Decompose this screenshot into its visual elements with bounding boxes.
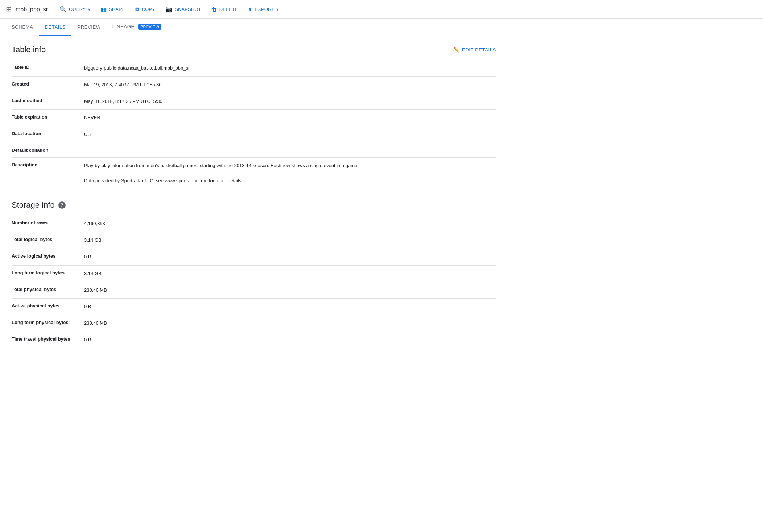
table-icon: ⊞ xyxy=(6,5,12,14)
storage-info-section: Storage info ? Number of rows 4,160,393 … xyxy=(12,200,496,348)
main-content: Table info ✏️ EDIT DETAILS Table ID bigq… xyxy=(0,36,508,369)
snapshot-button[interactable]: 📷 SNAPSHOT xyxy=(161,4,206,15)
copy-label: COPY xyxy=(142,7,155,12)
row-label: Active logical bytes xyxy=(12,249,84,265)
storage-info-table: Number of rows 4,160,393 Total logical b… xyxy=(12,216,496,348)
row-value: 230.46 MB xyxy=(84,315,496,332)
tab-lineage[interactable]: LINEAGE PREVIEW xyxy=(107,19,167,36)
row-value: 0 B xyxy=(84,249,496,265)
help-icon[interactable]: ? xyxy=(58,201,66,209)
row-value: US xyxy=(84,126,496,143)
table-row: Table ID bigquery-public-data.ncaa_baske… xyxy=(12,60,496,76)
lineage-preview-badge: PREVIEW xyxy=(138,24,161,30)
table-info-header: Table info ✏️ EDIT DETAILS xyxy=(12,45,496,54)
row-label: Time travel physical bytes xyxy=(12,332,84,348)
row-label: Total physical bytes xyxy=(12,282,84,299)
snapshot-icon: 📷 xyxy=(165,6,173,13)
row-value: 3.14 GB xyxy=(84,265,496,282)
row-value: 0 B xyxy=(84,332,496,348)
row-label: Default collation xyxy=(12,143,84,157)
toolbar: ⊞ mbb_pbp_sr 🔍 QUERY ▾ 👥 SHARE ⧉ COPY 📷 … xyxy=(0,0,763,19)
row-label: Long term physical bytes xyxy=(12,315,84,332)
row-label: Active physical bytes xyxy=(12,299,84,315)
table-row: Total physical bytes 230.46 MB xyxy=(12,282,496,299)
row-value: 4,160,393 xyxy=(84,216,496,232)
tab-details[interactable]: DETAILS xyxy=(39,19,72,36)
table-info-title: Table info xyxy=(12,45,46,54)
export-dropdown-icon: ▾ xyxy=(276,7,279,12)
edit-pencil-icon: ✏️ xyxy=(453,47,460,53)
row-label: Table ID xyxy=(12,60,84,76)
table-row: Active logical bytes 0 B xyxy=(12,249,496,265)
row-value xyxy=(84,143,496,157)
table-row: Long term logical bytes 3.14 GB xyxy=(12,265,496,282)
toolbar-title: ⊞ mbb_pbp_sr xyxy=(6,5,48,14)
tab-schema[interactable]: SCHEMA xyxy=(6,19,39,36)
export-icon: ⬆ xyxy=(248,7,252,12)
snapshot-label: SNAPSHOT xyxy=(175,7,201,12)
export-button[interactable]: ⬆ EXPORT ▾ xyxy=(244,4,283,14)
table-row: Data location US xyxy=(12,126,496,143)
row-value: May 31, 2018, 8:17:26 PM UTC+5:30 xyxy=(84,93,496,110)
tabs-bar: SCHEMA DETAILS PREVIEW LINEAGE PREVIEW xyxy=(0,19,763,36)
export-label: EXPORT xyxy=(255,7,274,12)
row-value: 0 B xyxy=(84,299,496,315)
row-label: Data location xyxy=(12,126,84,143)
row-label: Long term logical bytes xyxy=(12,265,84,282)
table-row: Created Mar 19, 2018, 7:40:51 PM UTC+5:3… xyxy=(12,76,496,93)
query-button[interactable]: 🔍 QUERY ▾ xyxy=(55,4,95,15)
copy-button[interactable]: ⧉ COPY xyxy=(131,4,160,15)
table-info-table: Table ID bigquery-public-data.ncaa_baske… xyxy=(12,60,496,189)
delete-label: DELETE xyxy=(219,7,238,12)
table-row: Total logical bytes 3.14 GB xyxy=(12,232,496,249)
delete-icon: 🗑 xyxy=(211,6,217,13)
table-row: Number of rows 4,160,393 xyxy=(12,216,496,232)
edit-details-button[interactable]: ✏️ EDIT DETAILS xyxy=(453,47,496,53)
query-icon: 🔍 xyxy=(59,6,67,13)
query-dropdown-icon: ▾ xyxy=(88,7,90,12)
query-label: QUERY xyxy=(69,7,86,12)
row-label: Description xyxy=(12,157,84,189)
row-value: NEVER xyxy=(84,110,496,126)
delete-button[interactable]: 🗑 DELETE xyxy=(207,4,243,15)
share-button[interactable]: 👥 SHARE xyxy=(96,4,130,14)
storage-info-title: Storage info ? xyxy=(12,200,66,210)
row-label: Table expiration xyxy=(12,110,84,126)
edit-details-label: EDIT DETAILS xyxy=(462,47,496,53)
table-row: Default collation xyxy=(12,143,496,157)
row-label: Last modified xyxy=(12,93,84,110)
share-label: SHARE xyxy=(109,7,125,12)
table-row: Long term physical bytes 230.46 MB xyxy=(12,315,496,332)
row-label: Number of rows xyxy=(12,216,84,232)
table-row: Description Play-by-play information fro… xyxy=(12,157,496,189)
tab-preview[interactable]: PREVIEW xyxy=(71,19,107,36)
share-icon: 👥 xyxy=(100,7,107,12)
table-name: mbb_pbp_sr xyxy=(16,6,48,13)
row-value: Play-by-play information from men's bask… xyxy=(84,157,496,189)
copy-icon: ⧉ xyxy=(135,6,139,13)
row-value: 3.14 GB xyxy=(84,232,496,249)
row-value: 230.46 MB xyxy=(84,282,496,299)
table-row: Time travel physical bytes 0 B xyxy=(12,332,496,348)
table-row: Last modified May 31, 2018, 8:17:26 PM U… xyxy=(12,93,496,110)
storage-info-header: Storage info ? xyxy=(12,200,496,210)
table-row: Table expiration NEVER xyxy=(12,110,496,126)
table-row: Active physical bytes 0 B xyxy=(12,299,496,315)
row-value: bigquery-public-data.ncaa_basketball.mbb… xyxy=(84,60,496,76)
row-label: Created xyxy=(12,76,84,93)
row-value: Mar 19, 2018, 7:40:51 PM UTC+5:30 xyxy=(84,76,496,93)
row-label: Total logical bytes xyxy=(12,232,84,249)
